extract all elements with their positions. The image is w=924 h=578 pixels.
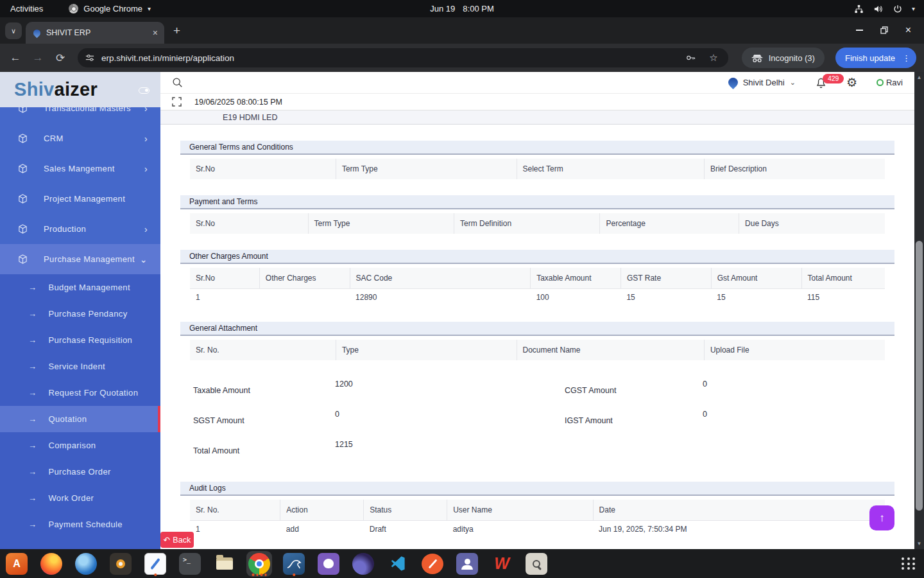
back-button[interactable]: ↶ Back (160, 532, 194, 548)
sidebar-item-crm[interactable]: CRM› (0, 123, 160, 153)
table-cell: 115 (801, 288, 885, 306)
summary-value: 0 (703, 375, 885, 405)
page-scrollbar[interactable]: ▲ ▼ (914, 72, 924, 549)
running-indicator-dots (154, 574, 157, 576)
taskbar-icon-ubuntu-software[interactable]: A (4, 551, 30, 577)
arrow-right-icon: → (28, 493, 37, 503)
password-key-icon[interactable] (685, 53, 696, 63)
sidebar-item-purchase-management[interactable]: Purchase Management⌄ (0, 244, 160, 274)
search-icon[interactable] (172, 77, 183, 88)
org-selector[interactable]: Shivit Delhi ⌄ (728, 78, 796, 87)
sidebar-subitem-service-indent[interactable]: →Service Indent (0, 353, 160, 380)
close-button[interactable]: × (905, 24, 911, 36)
taskbar-icon-screenshot-tool[interactable] (524, 551, 549, 577)
restore-button[interactable] (880, 26, 888, 34)
forward-nav-button[interactable]: → (29, 51, 47, 64)
bookmark-star-icon[interactable]: ☆ (709, 52, 717, 64)
sidebar-item-label: Project Management (44, 194, 125, 204)
system-tray[interactable]: ▾ (854, 4, 924, 13)
clock[interactable]: Jun 19 8:00 PM (430, 4, 493, 13)
summary-label: Taxable Amount (190, 375, 335, 405)
browser-tab[interactable]: SHIVIT ERP × (26, 22, 164, 44)
sidebar-subitem-work-order[interactable]: →Work Order (0, 485, 160, 511)
taskbar-icon-text-editor[interactable] (142, 551, 168, 577)
taskbar-icon-chrome[interactable] (246, 551, 272, 577)
taskbar-icon-terminal[interactable]: >_ (177, 551, 203, 577)
sidebar-item-sales-mangement[interactable]: Sales Mangement› (0, 153, 160, 184)
app-header: Shivit Delhi ⌄ 429 ⚙ Ravi (160, 72, 914, 94)
incognito-badge[interactable]: Incognito (3) (742, 48, 825, 68)
sidebar-item-label: Purchase Management (44, 254, 135, 264)
back-nav-button[interactable]: ← (6, 51, 24, 64)
taskbar-icon-eclipse[interactable] (350, 551, 376, 577)
taskbar-icon-github-desktop[interactable] (316, 551, 341, 577)
taskbar-icon-vscode[interactable] (385, 551, 411, 577)
arrow-right-icon: → (28, 362, 37, 371)
taskbar-icon-teams[interactable] (454, 551, 480, 577)
tab-title: SHIVIT ERP (46, 28, 90, 37)
sidebar-subitem-label: Request For Quotation (48, 388, 138, 398)
sidebar-subitem-comparison[interactable]: →Comparison (0, 432, 160, 459)
section-general-attachment: General Attachment Sr. No.TypeDocument N… (180, 322, 894, 360)
taskbar-icon-rhythmbox[interactable] (108, 551, 133, 577)
page-body: General Terms and Conditions Sr.NoTerm T… (160, 141, 914, 549)
sidebar-subitem-label: Comparison (48, 441, 96, 450)
site-settings-icon[interactable] (85, 53, 94, 62)
org-flame-icon (726, 76, 740, 89)
app-menu-button[interactable]: Google Chrome ▾ (69, 4, 151, 13)
chevron-right-icon: › (144, 134, 148, 144)
taskbar-icon-pen-tool[interactable] (420, 551, 445, 577)
scrollbar-up-icon[interactable]: ▲ (914, 74, 924, 80)
chevron-down-icon: ⌄ (140, 254, 148, 265)
reload-button[interactable]: ⟳ (51, 51, 69, 65)
header-row: Sr. No.ActionStatusUser NameDate (190, 500, 885, 520)
tab-close-icon[interactable]: × (153, 28, 158, 38)
sidebar-subitem-payment-schedule[interactable]: →Payment Schedule (0, 511, 160, 538)
scrollbar-thumb[interactable] (916, 241, 923, 511)
show-applications-icon[interactable] (902, 557, 916, 570)
column-header: Upload File (704, 340, 885, 360)
taskbar-icon-firefox[interactable] (38, 551, 64, 577)
cube-icon (18, 254, 28, 264)
scrollbar-down-icon[interactable]: ▼ (914, 541, 924, 547)
sidebar-subitem-request-for-quotation[interactable]: →Request For Quotation (0, 380, 160, 406)
record-timestamp: 19/06/2025 08:00:15 PM (194, 98, 282, 107)
sidebar-subitem-budget-management[interactable]: →Budget Management (0, 274, 160, 301)
tab-search-button[interactable]: ∨ (5, 22, 22, 39)
cube-icon (18, 194, 28, 204)
finish-update-button[interactable]: Finish update ⋮ (835, 48, 916, 68)
sidebar-item-production[interactable]: Production› (0, 214, 160, 244)
sidebar-toggle-icon[interactable] (139, 87, 150, 94)
sidebar-subitem-purchase-requisition[interactable]: →Purchase Requisition (0, 327, 160, 353)
arrow-right-icon: → (28, 388, 37, 398)
arrow-right-icon: → (28, 520, 37, 529)
settings-gear-icon[interactable]: ⚙ (846, 75, 857, 90)
taskbar-icon-wps-office[interactable]: W (489, 551, 515, 577)
sidebar-subitem-quotation[interactable]: →Quotation (0, 406, 160, 432)
taskbar-icon-mysql-workbench[interactable] (281, 551, 307, 577)
notifications-button[interactable]: 429 (815, 76, 827, 89)
summary-value: 0 (703, 405, 885, 435)
arrow-right-icon: → (28, 309, 37, 319)
user-menu[interactable]: Ravi (877, 78, 903, 87)
sidebar-item-label: Production (44, 224, 86, 234)
fullscreen-icon[interactable] (172, 97, 182, 107)
section-other-charges: Other Charges Amount Sr.NoOther ChargesS… (180, 250, 894, 306)
new-tab-button[interactable]: + (173, 24, 180, 38)
taskbar-icon-files[interactable] (212, 551, 237, 577)
column-header: Percentage (600, 213, 739, 234)
clock-date: Jun 19 (430, 4, 455, 13)
sidebar-subitem-purchase-order[interactable]: →Purchase Order (0, 459, 160, 485)
address-bar[interactable]: erp.shivit.net.in/minierp/application ☆ (78, 48, 728, 67)
column-header: Status (364, 500, 447, 520)
sidebar-subitem-purchase-pendancy[interactable]: →Purchase Pendancy (0, 301, 160, 327)
minimize-button[interactable] (856, 30, 863, 31)
sidebar-item-project-management[interactable]: Project Management (0, 184, 160, 214)
column-header: Term Type (308, 213, 454, 234)
taskbar-icon-thunderbird[interactable] (73, 551, 99, 577)
activities-button[interactable]: Activities (10, 4, 43, 13)
header-row: Sr.NoTerm TypeTerm DefinitionPercentageD… (190, 213, 885, 234)
scroll-to-top-button[interactable]: ↑ (869, 505, 894, 530)
menu-dots-icon[interactable]: ⋮ (902, 53, 911, 63)
finish-update-label: Finish update (845, 53, 895, 63)
